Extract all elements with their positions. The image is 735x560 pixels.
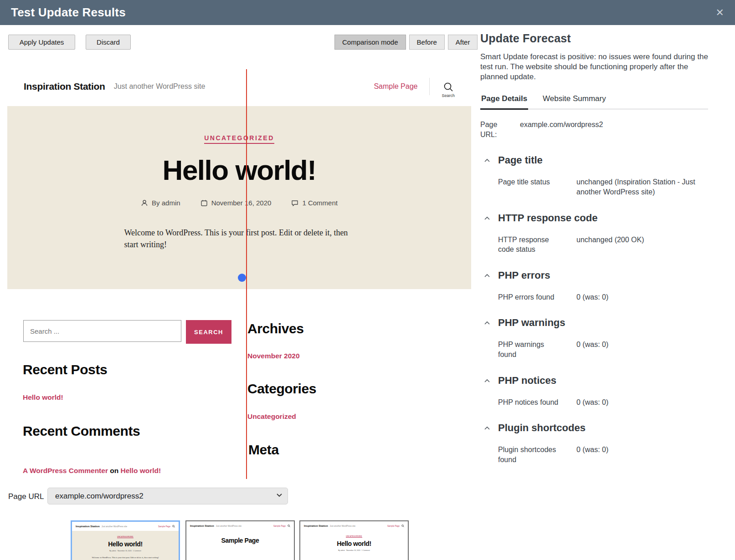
- chevron-up-icon[interactable]: [484, 321, 490, 325]
- post-byline: By admin: [141, 199, 180, 207]
- forecast-tabs: Page Details Website Summary: [480, 94, 708, 109]
- recent-posts-link[interactable]: Hello world!: [23, 393, 63, 402]
- thumb-post-title: Hello world!: [72, 540, 179, 548]
- sidebar-search-button[interactable]: SEARCH: [186, 320, 231, 344]
- comment-post-link[interactable]: Hello world!: [120, 467, 161, 474]
- section-php-errors: PHP errors PHP errors found 0 (was: 0): [480, 270, 708, 302]
- chevron-up-icon[interactable]: [484, 379, 490, 383]
- row-label: Plugin shortcodes found: [498, 445, 562, 464]
- section-row: PHP notices found 0 (was: 0): [498, 397, 708, 407]
- row-value: 0 (was: 0): [576, 397, 708, 407]
- page-thumbnail-sample-page[interactable]: Inspiration Station Just another WordPre…: [185, 520, 295, 560]
- chevron-up-icon[interactable]: [484, 158, 490, 163]
- discard-button[interactable]: Discard: [86, 35, 131, 50]
- row-label: HTTP response code status: [498, 235, 562, 255]
- thumb-site-header: Inspiration Station Just another WordPre…: [72, 522, 179, 531]
- before-button[interactable]: Before: [409, 35, 445, 50]
- section-heading[interactable]: PHP errors: [498, 270, 708, 281]
- comparison-mode-button[interactable]: Comparison mode: [334, 35, 406, 50]
- thumb-tagline: Just another WordPress site: [102, 525, 127, 528]
- thumb-nav-link: Sample Page: [158, 525, 170, 528]
- post-comments-text[interactable]: 1 Comment: [302, 199, 338, 207]
- thumb-hero: UNCATEGORIZED Hello world! By admin Nove…: [300, 530, 408, 560]
- thumb-nav-link: Sample Page: [273, 525, 286, 527]
- site-nav: Sample Page Search: [374, 76, 455, 98]
- post-meta-row: By admin November 16, 2020 1 Comment: [7, 199, 471, 207]
- site-brand: Inspiration Station: [24, 81, 105, 92]
- page-url-row: Page URL: example.com/wordpress2: [480, 120, 708, 139]
- thumb-brand: Inspiration Station: [76, 525, 100, 528]
- sidebar-search-form: SEARCH: [23, 320, 231, 344]
- tab-page-details[interactable]: Page Details: [480, 94, 528, 110]
- tab-website-summary[interactable]: Website Summary: [542, 94, 607, 109]
- categories-link[interactable]: Uncategorized: [247, 412, 296, 421]
- search-icon: [288, 524, 290, 527]
- footer-page-url-label: Page URL: [8, 492, 44, 501]
- row-label: PHP notices found: [498, 397, 562, 407]
- thumb-tagline: Just another WordPress site: [330, 525, 355, 527]
- recent-comments-heading: Recent Comments: [23, 423, 140, 439]
- site-search-toggle[interactable]: Search: [442, 82, 455, 98]
- search-icon: [443, 82, 453, 92]
- post-date-text: November 16, 2020: [211, 199, 272, 207]
- page-thumbnail-hello-world-after[interactable]: Inspiration Station Just another WordPre…: [299, 520, 409, 560]
- update-forecast-panel: Update Forecast Smart Update forecast is…: [480, 32, 708, 464]
- chevron-up-icon[interactable]: [484, 274, 490, 278]
- search-icon: [401, 524, 404, 527]
- comment-author-link[interactable]: A WordPress Commenter: [23, 467, 108, 474]
- thumb-excerpt: Welcome to WordPress. This is your first…: [91, 556, 159, 560]
- chevron-up-icon[interactable]: [484, 426, 490, 430]
- thumb-post-meta: By admin November 16, 2020 1 Comment: [72, 550, 179, 552]
- thumb-category: UNCATEGORIZED: [346, 535, 362, 538]
- page-thumbnail-hello-world-before[interactable]: Inspiration Station Just another WordPre…: [71, 520, 180, 560]
- sidebar-search-input[interactable]: [23, 320, 181, 342]
- section-plugin-shortcodes: Plugin shortcodes Plugin shortcodes foun…: [480, 422, 708, 464]
- thumb-brand: Inspiration Station: [190, 524, 214, 527]
- section-heading[interactable]: HTTP response code: [498, 212, 708, 224]
- nav-link-sample-page[interactable]: Sample Page: [374, 82, 417, 91]
- site-header: Inspiration Station Just another WordPre…: [7, 67, 471, 106]
- post-excerpt: Welcome to WordPress. This is your first…: [124, 227, 355, 250]
- row-label: PHP warnings found: [498, 340, 562, 359]
- search-icon-label: Search: [442, 93, 455, 98]
- post-byline-text: By admin: [152, 199, 180, 207]
- calendar-icon: [200, 199, 208, 207]
- apply-updates-button[interactable]: Apply Updates: [8, 35, 75, 50]
- thumb-page-title: Sample Page: [186, 537, 294, 544]
- page-url-select[interactable]: example.com/wordpress2: [47, 488, 288, 504]
- categories-heading: Categories: [247, 381, 316, 397]
- after-button[interactable]: After: [448, 35, 478, 50]
- section-heading[interactable]: PHP notices: [498, 375, 708, 387]
- chevron-up-icon[interactable]: [484, 216, 490, 220]
- close-icon[interactable]: ✕: [716, 8, 724, 18]
- section-heading[interactable]: Page title: [498, 154, 708, 166]
- section-heading[interactable]: Plugin shortcodes: [498, 422, 708, 434]
- thumb-category: UNCATEGORIZED: [117, 536, 133, 538]
- comparison-slider-handle[interactable]: [238, 274, 246, 282]
- archives-link[interactable]: November 2020: [247, 352, 300, 360]
- thumb-site-header: Inspiration Station Just another WordPre…: [186, 521, 294, 530]
- section-heading[interactable]: PHP warnings: [498, 317, 708, 329]
- site-tagline: Just another WordPress site: [114, 82, 206, 91]
- section-row: HTTP response code status unchanged (200…: [498, 235, 708, 255]
- row-label: PHP errors found: [498, 292, 562, 302]
- meta-heading: Meta: [248, 442, 279, 458]
- post-date: November 16, 2020: [200, 199, 272, 207]
- post-category-link[interactable]: UNCATEGORIZED: [204, 134, 274, 144]
- page-url-label: Page URL:: [480, 120, 508, 139]
- forecast-summary: Smart Update forecast is positive: no is…: [480, 52, 708, 82]
- comparison-slider-line[interactable]: [246, 69, 247, 479]
- post-comments: 1 Comment: [291, 199, 338, 207]
- section-php-notices: PHP notices PHP notices found 0 (was: 0): [480, 375, 708, 407]
- row-value: 0 (was: 0): [576, 340, 708, 359]
- person-icon: [141, 199, 148, 207]
- section-http-response: HTTP response code HTTP response code st…: [480, 212, 708, 255]
- recent-comment-item: A WordPress Commenter on Hello world!: [23, 467, 161, 475]
- section-php-warnings: PHP warnings PHP warnings found 0 (was: …: [480, 317, 708, 359]
- site-preview: Inspiration Station Just another WordPre…: [7, 67, 471, 477]
- thumb-site-header: Inspiration Station Just another WordPre…: [300, 521, 408, 530]
- thumb-post-title: Hello world!: [300, 540, 408, 547]
- section-page-title: Page title Page title status unchanged (…: [480, 154, 708, 197]
- thumb-hero: UNCATEGORIZED Hello world! By admin Nove…: [72, 531, 179, 560]
- thumb-post-meta: By admin November 16, 2020 1 Comment: [300, 550, 408, 551]
